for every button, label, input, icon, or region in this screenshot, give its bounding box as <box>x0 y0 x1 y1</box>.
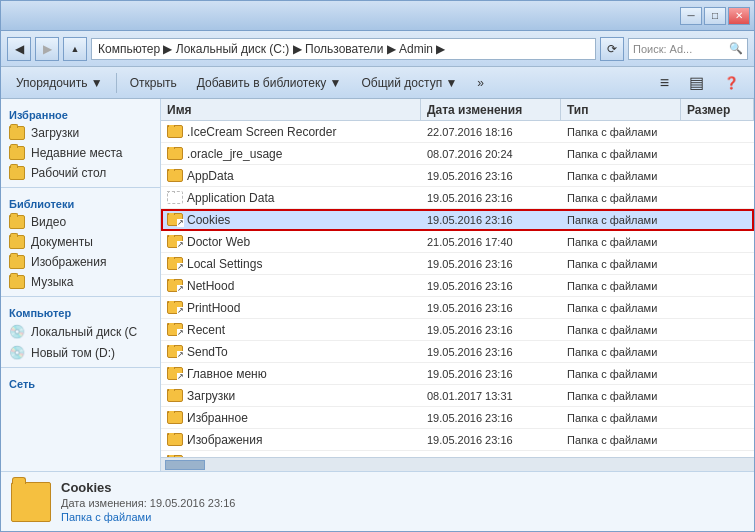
file-name: Recent <box>187 323 225 337</box>
folder-shortcut-icon: ↗ <box>167 257 183 270</box>
sidebar-label: Документы <box>31 235 93 249</box>
organize-button[interactable]: Упорядочить ▼ <box>7 71 112 95</box>
table-row[interactable]: .oracle_jre_usage 08.07.2016 20:24 Папка… <box>161 143 754 165</box>
favorites-title: Избранное <box>1 103 160 123</box>
file-name-cell: Избранное <box>161 411 421 425</box>
sidebar-item-desktop[interactable]: Рабочий стол <box>1 163 160 183</box>
help-button[interactable]: ❓ <box>715 71 748 95</box>
folder-shortcut-icon: ↗ <box>167 345 183 358</box>
status-bar: Cookies Дата изменения: 19.05.2016 23:16… <box>1 471 754 531</box>
sidebar-item-disk-c[interactable]: 💿 Локальный диск (C <box>1 321 160 342</box>
folder-shortcut-icon: ↗ <box>167 279 183 292</box>
file-date-cell: 19.05.2016 23:16 <box>421 324 561 336</box>
file-name: Cookies <box>187 213 230 227</box>
file-type-cell: Папка с файлами <box>561 390 681 402</box>
network-title: Сеть <box>1 372 160 392</box>
col-header-size[interactable]: Размер <box>681 99 754 120</box>
add-library-button[interactable]: Добавить в библиотеку ▼ <box>188 71 351 95</box>
sidebar-item-recent[interactable]: Недавние места <box>1 143 160 163</box>
file-name-cell: ↗ Recent <box>161 323 421 337</box>
table-row[interactable]: Изображения 19.05.2016 23:16 Папка с фай… <box>161 429 754 451</box>
file-date-cell: 19.05.2016 23:16 <box>421 192 561 204</box>
table-row[interactable]: ↗ Local Settings 19.05.2016 23:16 Папка … <box>161 253 754 275</box>
open-button[interactable]: Открыть <box>121 71 186 95</box>
file-name-cell: Application Data <box>161 191 421 205</box>
file-date-cell: 19.05.2016 23:16 <box>421 170 561 182</box>
file-name: .IceCream Screen Recorder <box>187 125 336 139</box>
table-row[interactable]: Загрузки 08.01.2017 13:31 Папка с файлам… <box>161 385 754 407</box>
file-type-cell: Папка с файлами <box>561 302 681 314</box>
file-name: Local Settings <box>187 257 262 271</box>
folder-icon <box>9 126 25 140</box>
sidebar-item-images[interactable]: Изображения <box>1 252 160 272</box>
table-row[interactable]: ↗ SendTo 19.05.2016 23:16 Папка с файлам… <box>161 341 754 363</box>
file-name: Doctor Web <box>187 235 250 249</box>
address-bar: ◀ ▶ ▲ Компьютер ▶ Локальный диск (C:) ▶ … <box>1 31 754 67</box>
sidebar-label: Изображения <box>31 255 106 269</box>
drive-icon: 💿 <box>9 324 25 339</box>
file-name-cell: Загрузки <box>161 389 421 403</box>
path-text: Компьютер ▶ Локальный диск (C:) ▶ Пользо… <box>98 42 445 56</box>
sidebar-item-video[interactable]: Видео <box>1 212 160 232</box>
view-buttons: ≡ ▤ ❓ <box>651 71 748 95</box>
table-row[interactable]: .IceCream Screen Recorder 22.07.2016 18:… <box>161 121 754 143</box>
folder-icon <box>167 169 183 182</box>
col-header-date[interactable]: Дата изменения <box>421 99 561 120</box>
table-row[interactable]: ↗ Doctor Web 21.05.2016 17:40 Папка с фа… <box>161 231 754 253</box>
minimize-button[interactable]: ─ <box>680 7 702 25</box>
divider <box>1 296 160 297</box>
folder-icon <box>167 147 183 160</box>
sidebar-item-docs[interactable]: Документы <box>1 232 160 252</box>
back-button[interactable]: ◀ <box>7 37 31 61</box>
table-row[interactable]: ↗ PrintHood 19.05.2016 23:16 Папка с фай… <box>161 297 754 319</box>
file-date-cell: 19.05.2016 23:16 <box>421 258 561 270</box>
folder-shortcut-icon: ↗ <box>167 367 183 380</box>
maximize-button[interactable]: □ <box>704 7 726 25</box>
file-name-cell: .IceCream Screen Recorder <box>161 125 421 139</box>
close-button[interactable]: ✕ <box>728 7 750 25</box>
file-name: AppData <box>187 169 234 183</box>
file-date-cell: 19.05.2016 23:16 <box>421 302 561 314</box>
folder-icon <box>9 235 25 249</box>
refresh-button[interactable]: ⟳ <box>600 37 624 61</box>
folder-shortcut-icon: ↗ <box>167 323 183 336</box>
folder-icon <box>9 215 25 229</box>
table-row[interactable]: ↗ Главное меню 19.05.2016 23:16 Папка с … <box>161 363 754 385</box>
address-path[interactable]: Компьютер ▶ Локальный диск (C:) ▶ Пользо… <box>91 38 596 60</box>
search-box[interactable]: Поиск: Ad... 🔍 <box>628 38 748 60</box>
folder-icon <box>167 125 183 138</box>
file-name-cell: .oracle_jre_usage <box>161 147 421 161</box>
share-button[interactable]: Общий доступ ▼ <box>353 71 467 95</box>
more-button[interactable]: » <box>468 71 493 95</box>
file-name-cell: AppData <box>161 169 421 183</box>
sidebar-item-disk-d[interactable]: 💿 Новый том (D:) <box>1 342 160 363</box>
table-row[interactable]: ↗ Recent 19.05.2016 23:16 Папка с файлам… <box>161 319 754 341</box>
col-header-type[interactable]: Тип <box>561 99 681 120</box>
file-type-cell: Папка с файлами <box>561 346 681 358</box>
file-name-cell: ↗ Главное меню <box>161 367 421 381</box>
sidebar-label: Новый том (D:) <box>31 346 115 360</box>
sidebar-item-downloads[interactable]: Загрузки <box>1 123 160 143</box>
up-button[interactable]: ▲ <box>63 37 87 61</box>
folder-ghost-icon <box>167 191 183 204</box>
forward-button[interactable]: ▶ <box>35 37 59 61</box>
file-name: Избранное <box>187 411 248 425</box>
col-header-name[interactable]: Имя <box>161 99 421 120</box>
horizontal-scrollbar[interactable] <box>161 457 754 471</box>
status-filename: Cookies <box>61 480 235 495</box>
toolbar-separator <box>116 73 117 93</box>
table-row[interactable]: ↗ NetHood 19.05.2016 23:16 Папка с файла… <box>161 275 754 297</box>
view-list-button[interactable]: ≡ <box>651 71 678 95</box>
folder-icon <box>9 275 25 289</box>
file-date-cell: 19.05.2016 23:16 <box>421 346 561 358</box>
sidebar-item-music[interactable]: Музыка <box>1 272 160 292</box>
table-row[interactable]: AppData 19.05.2016 23:16 Папка с файлами <box>161 165 754 187</box>
table-row[interactable]: Избранное 19.05.2016 23:16 Папка с файла… <box>161 407 754 429</box>
view-details-button[interactable]: ▤ <box>680 71 713 95</box>
table-row[interactable]: Application Data 19.05.2016 23:16 Папка … <box>161 187 754 209</box>
table-row[interactable]: ↗ Cookies 19.05.2016 23:16 Папка с файла… <box>161 209 754 231</box>
window-controls: ─ □ ✕ <box>680 7 750 25</box>
folder-icon <box>167 455 183 457</box>
folder-icon <box>9 146 25 160</box>
file-name-cell: ↗ SendTo <box>161 345 421 359</box>
